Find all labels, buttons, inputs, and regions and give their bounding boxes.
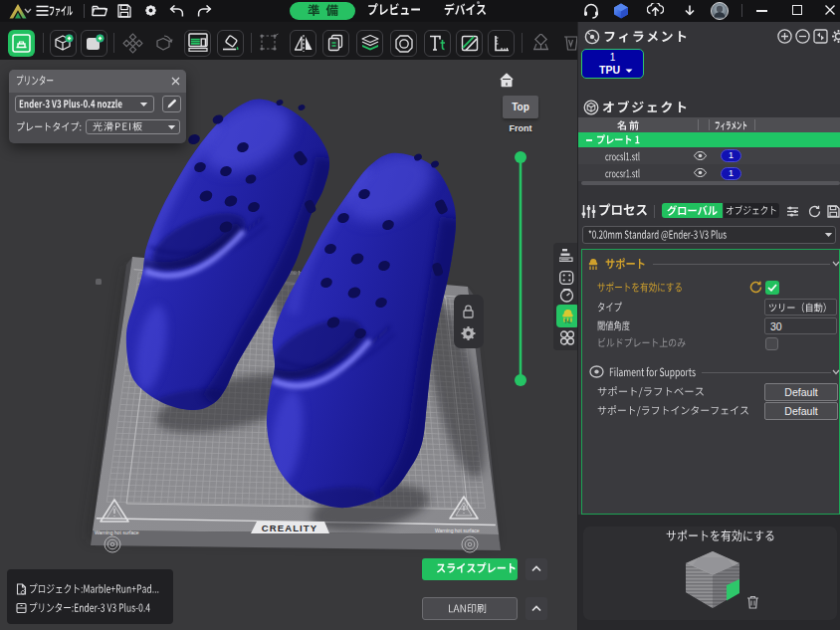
svg-text:CREALITY: CREALITY	[262, 523, 317, 533]
svg-text:T•L: T•L	[564, 319, 571, 324]
svg-text:Warning hot surface: Warning hot surface	[435, 527, 480, 533]
svg-text:Warning hot surface: Warning hot surface	[95, 529, 139, 535]
